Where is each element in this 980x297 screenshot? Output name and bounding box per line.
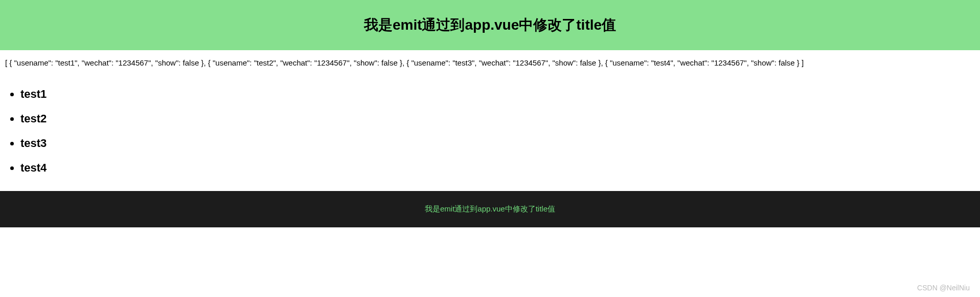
list-item: test4 bbox=[20, 161, 975, 175]
list-item: test1 bbox=[20, 88, 975, 101]
footer-bar: 我是emit通过到app.vue中修改了title值 bbox=[0, 191, 980, 227]
footer-text: 我是emit通过到app.vue中修改了title值 bbox=[425, 204, 555, 213]
header-banner: 我是emit通过到app.vue中修改了title值 bbox=[0, 0, 980, 50]
user-list: test1 test2 test3 test4 bbox=[0, 88, 980, 191]
json-dump-text: [ { "usename": "test1", "wechat": "12345… bbox=[0, 50, 980, 76]
list-item: test3 bbox=[20, 137, 975, 150]
list-item: test2 bbox=[20, 112, 975, 125]
page-title: 我是emit通过到app.vue中修改了title值 bbox=[0, 15, 980, 35]
